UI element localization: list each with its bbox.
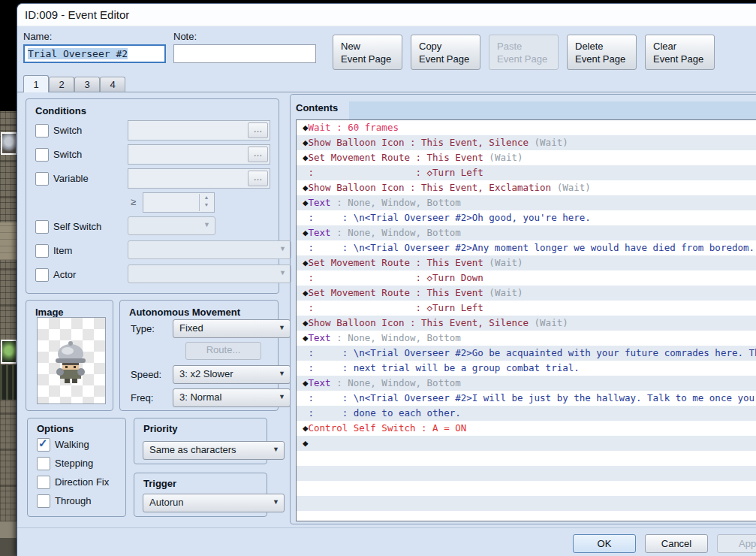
image-group: Image	[26, 300, 113, 411]
event-command-row[interactable]: : : next trial will be a group combat tr…	[297, 361, 756, 376]
event-command-row[interactable]: ◆Show Balloon Icon : This Event, Exclama…	[297, 180, 756, 195]
event-command-row[interactable]: ◆Wait : 60 frames	[297, 120, 756, 135]
chevron-down-icon: ▼	[203, 217, 210, 233]
command-segment: ◆	[303, 122, 309, 133]
actor-checkbox[interactable]	[35, 268, 49, 282]
command-segment: : None, Window, Bottom	[331, 227, 461, 238]
event-command-row[interactable]: ◆Text : None, Window, Bottom	[297, 376, 756, 391]
variable-checkbox[interactable]	[35, 172, 49, 186]
event-command-row[interactable]: : : \n<Trial Overseer #2>Any moment long…	[297, 240, 756, 255]
command-segment: : : \n<Trial Overseer #2>Oh good, you're…	[303, 212, 591, 223]
contents-top-highlight	[349, 101, 756, 119]
event-command-row[interactable]: ◆Show Balloon Icon : This Event, Silence…	[297, 135, 756, 150]
event-command-row[interactable]: : : \n<Trial Overseer #2>I will be just …	[297, 391, 756, 406]
movement-freq-dropdown[interactable]: 3: Normal▼	[173, 388, 291, 407]
command-segment: : : ◇Turn Left	[303, 302, 483, 313]
variable-label: Variable	[53, 173, 89, 184]
self-switch-label: Self Switch	[53, 221, 101, 232]
options-title: Options	[37, 423, 74, 434]
command-segment: : : ◇Turn Left	[303, 167, 483, 178]
through-checkbox[interactable]	[37, 494, 50, 508]
event-command-row[interactable]: : : ◇Turn Left	[297, 165, 756, 180]
new-event-page-button[interactable]: NewEvent Page	[333, 35, 402, 70]
item-label: Item	[53, 245, 72, 256]
event-command-row[interactable]: : : ◇Turn Left	[297, 301, 756, 316]
cancel-button[interactable]: Cancel	[645, 534, 708, 553]
actor-label: Actor	[53, 269, 76, 280]
conditions-title: Conditions	[35, 105, 86, 116]
event-command-row[interactable]: ◆	[297, 436, 756, 451]
spinner-arrows-icon: ▲▼	[199, 194, 213, 211]
movement-speed-dropdown[interactable]: 3: x2 Slower▼	[173, 365, 291, 384]
copy-event-page-button[interactable]: CopyEvent Page	[411, 35, 480, 70]
command-segment: ◆	[303, 317, 309, 328]
name-input[interactable]: Trial Overseer #2	[23, 44, 166, 63]
trigger-group: Trigger Autorun▼	[134, 473, 267, 517]
event-command-row[interactable]	[297, 511, 756, 521]
actor-dropdown: ▼	[128, 264, 291, 283]
command-segment: ◆	[303, 287, 309, 298]
option-row-walking: ✓Walking	[28, 438, 125, 453]
map-background	[0, 0, 18, 556]
command-segment: : : \n<Trial Overseer #2>Go be acquainte…	[303, 347, 756, 358]
event-command-row[interactable]: ◆Text : None, Window, Bottom	[297, 331, 756, 346]
ok-button[interactable]: OK	[573, 534, 636, 553]
direction-fix-checkbox[interactable]	[37, 476, 50, 489]
event-command-row[interactable]: ◆Set Movement Route : This Event (Wait)	[297, 286, 756, 301]
event-command-row[interactable]: ◆Show Balloon Icon : This Event, Silence…	[297, 316, 756, 331]
option-label: Through	[55, 495, 91, 506]
event-command-row[interactable]: ◆Control Self Switch : A = ON	[297, 421, 756, 436]
switch2-checkbox[interactable]	[35, 148, 49, 162]
event-command-list[interactable]: ◆Wait : 60 frames◆Show Balloon Icon : Th…	[296, 119, 756, 521]
event-command-row[interactable]: : : ◇Turn Down	[297, 270, 756, 286]
map-light-tile	[0, 222, 18, 260]
self-switch-checkbox[interactable]	[35, 220, 49, 234]
switch2-label: Switch	[53, 149, 82, 160]
tab-page-1[interactable]: 1	[23, 75, 49, 92]
delete-event-page-button[interactable]: DeleteEvent Page	[567, 35, 637, 70]
variable-operator: ≥	[131, 196, 136, 207]
dialog-title: ID:009 - Event Editor	[25, 8, 129, 21]
map-dark-tile	[0, 538, 18, 556]
option-row-through: Through	[28, 494, 125, 509]
priority-group: Priority Same as characters▼	[134, 418, 267, 464]
event-command-row[interactable]: : : \n<Trial Overseer #2>Oh good, you're…	[297, 210, 756, 225]
contents-group: Contents ◆Wait : 60 frames◆Show Balloon …	[290, 94, 756, 524]
movement-type-dropdown[interactable]: Fixed▼	[173, 319, 291, 338]
priority-dropdown[interactable]: Same as characters▼	[143, 441, 285, 460]
event-command-row[interactable]	[297, 466, 756, 481]
variable-value-field: …	[128, 168, 270, 189]
event-command-row[interactable]: : : done to each other.	[297, 406, 756, 421]
event-command-row[interactable]: : : \n<Trial Overseer #2>Go be acquainte…	[297, 346, 756, 361]
event-command-row[interactable]: ◆Set Movement Route : This Event (Wait)	[297, 150, 756, 165]
command-segment: : : next trial will be a group combat tr…	[303, 362, 580, 373]
stepping-checkbox[interactable]	[37, 457, 50, 470]
name-label: Name:	[23, 31, 52, 42]
event-command-row[interactable]	[297, 496, 756, 511]
switch1-checkbox[interactable]	[35, 124, 49, 137]
checkmark-icon: ✓	[38, 437, 48, 450]
event-command-row[interactable]: ◆Text : None, Window, Bottom	[297, 225, 756, 240]
priority-title: Priority	[143, 423, 178, 434]
event-command-row[interactable]: ◆Text : None, Window, Bottom	[297, 195, 756, 210]
map-event-knight-tile	[1, 132, 17, 155]
event-command-row[interactable]: ◆Set Movement Route : This Event (Wait)	[297, 255, 756, 270]
command-segment: (Wait)	[529, 137, 568, 148]
tab-page-4[interactable]: 4	[100, 77, 125, 92]
tab-page-3[interactable]: 3	[74, 77, 100, 92]
contents-title: Contents	[296, 102, 338, 113]
knight-sprite	[38, 318, 104, 402]
item-checkbox[interactable]	[35, 244, 49, 258]
trigger-dropdown[interactable]: Autorun▼	[143, 494, 285, 512]
event-command-row[interactable]	[297, 481, 756, 496]
command-segment: : None, Window, Bottom	[331, 332, 461, 343]
note-input[interactable]	[173, 44, 316, 63]
event-command-row[interactable]	[297, 451, 756, 466]
command-segment: : : done to each other.	[303, 407, 461, 419]
command-segment: ◆	[303, 422, 309, 434]
clear-event-page-button[interactable]: ClearEvent Page	[645, 35, 715, 70]
walking-checkbox[interactable]: ✓	[37, 438, 50, 452]
option-label: Walking	[55, 439, 89, 450]
event-image-picker[interactable]	[37, 317, 106, 404]
tab-page-2[interactable]: 2	[49, 77, 74, 92]
